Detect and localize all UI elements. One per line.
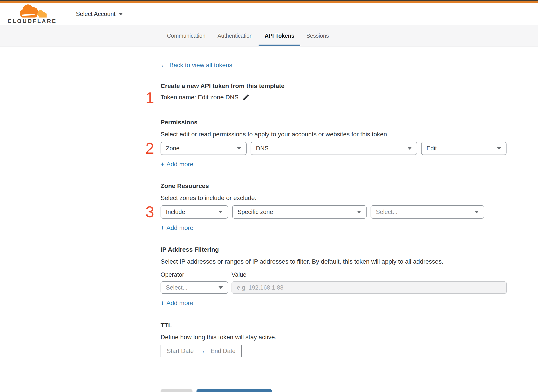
ttl-section: TTL Define how long this token will stay… xyxy=(161,322,507,357)
edit-token-name-button[interactable] xyxy=(242,93,250,101)
permissions-section: Permissions Select edit or read permissi… xyxy=(161,119,507,168)
caret-down-icon xyxy=(475,211,479,213)
zone-include-value: Include xyxy=(166,209,218,215)
step-number-1: 1 xyxy=(145,91,154,105)
permission-scope-value: Zone xyxy=(166,145,237,152)
caret-down-icon xyxy=(497,147,501,150)
chevron-down-icon xyxy=(119,13,123,15)
tab-sessions[interactable]: Sessions xyxy=(300,25,335,46)
arrow-right-icon: → xyxy=(199,347,205,355)
caret-down-icon xyxy=(407,147,412,150)
ip-operator-select[interactable]: Select... xyxy=(161,281,228,294)
start-date-field: Start Date xyxy=(167,348,194,355)
ttl-description: Define how long this token will stay act… xyxy=(161,334,507,341)
cloudflare-api-token-page: CLOUDFLARE Select Account Communication … xyxy=(0,0,538,392)
tab-communication[interactable]: Communication xyxy=(161,25,211,46)
permission-resource-value: DNS xyxy=(256,145,407,152)
token-name-text: Token name: Edit zone DNS xyxy=(161,94,239,101)
back-link[interactable]: ← Back to view all tokens xyxy=(161,62,232,69)
cloudflare-logo-text: CLOUDFLARE xyxy=(8,18,57,24)
permissions-heading: Permissions xyxy=(161,119,507,126)
zone-resources-heading: Zone Resources xyxy=(161,182,507,190)
ip-filtering-labels-row: Operator Value xyxy=(161,271,507,278)
ip-filtering-controls-row: Select... xyxy=(161,281,507,294)
ip-operator-placeholder: Select... xyxy=(166,284,218,291)
tab-bar: Communication Authentication API Tokens … xyxy=(0,25,538,47)
value-label: Value xyxy=(232,271,246,278)
page-title: Create a new API token from this templat… xyxy=(161,83,507,89)
back-arrow-icon: ← xyxy=(161,62,167,69)
zone-include-exclude-select[interactable]: Include xyxy=(161,205,228,219)
account-selector[interactable]: Select Account xyxy=(76,11,123,18)
zone-resources-add-more-link[interactable]: + Add more xyxy=(161,224,193,232)
form-footer: Cancel Continue to summary xyxy=(161,389,507,392)
zone-resource-type-select[interactable]: Specific zone xyxy=(232,205,367,219)
permissions-select-row: 2 Zone DNS Edit xyxy=(161,142,507,155)
zone-resources-add-more-label: Add more xyxy=(167,224,193,232)
token-intro-section: 1 Create a new API token from this templ… xyxy=(161,83,507,101)
step-number-3: 3 xyxy=(145,205,154,219)
zone-select-placeholder: Select... xyxy=(376,209,475,215)
permissions-add-more-label: Add more xyxy=(167,161,193,168)
plus-icon: + xyxy=(161,161,164,167)
operator-label: Operator xyxy=(161,271,232,278)
permission-access-value: Edit xyxy=(426,145,497,152)
ip-filtering-section: IP Address Filtering Select IP addresses… xyxy=(161,246,507,307)
date-range-picker[interactable]: Start Date → End Date xyxy=(161,345,242,357)
plus-icon: + xyxy=(161,300,164,306)
ip-value-input[interactable] xyxy=(232,281,507,294)
footer-divider xyxy=(161,381,507,381)
cloudflare-cloud-icon xyxy=(15,4,49,19)
plus-icon: + xyxy=(161,225,164,231)
zone-type-value: Specific zone xyxy=(238,209,357,215)
zone-resources-select-row: 3 Include Specific zone Select... xyxy=(161,205,507,219)
caret-down-icon xyxy=(237,147,241,150)
token-name-line: Token name: Edit zone DNS xyxy=(161,93,507,101)
ip-filtering-description: Select IP addresses or ranges of IP addr… xyxy=(161,258,507,265)
ip-filtering-add-more-link[interactable]: + Add more xyxy=(161,299,193,307)
tab-api-tokens[interactable]: API Tokens xyxy=(259,25,300,46)
caret-down-icon xyxy=(218,211,223,213)
token-form: ← Back to view all tokens 1 Create a new… xyxy=(161,47,507,392)
permissions-add-more-link[interactable]: + Add more xyxy=(161,161,193,168)
zone-resources-section: Zone Resources Select zones to include o… xyxy=(161,182,507,232)
permission-access-select[interactable]: Edit xyxy=(421,142,506,155)
app-header: CLOUDFLARE Select Account xyxy=(0,3,538,25)
continue-to-summary-button[interactable]: Continue to summary xyxy=(196,389,272,392)
zone-resources-description: Select zones to include or exclude. xyxy=(161,194,507,201)
caret-down-icon xyxy=(218,286,223,289)
caret-down-icon xyxy=(357,211,361,213)
zone-select[interactable]: Select... xyxy=(370,205,484,219)
ip-filtering-add-more-label: Add more xyxy=(167,299,193,307)
permission-scope-select[interactable]: Zone xyxy=(161,142,247,155)
brand-accent-bar xyxy=(0,1,538,3)
cancel-button[interactable]: Cancel xyxy=(161,389,192,392)
permissions-description: Select edit or read permissions to apply… xyxy=(161,131,507,138)
ttl-heading: TTL xyxy=(161,322,507,329)
cloudflare-logo[interactable]: CLOUDFLARE xyxy=(8,4,57,24)
account-selector-label: Select Account xyxy=(76,11,116,18)
step-number-2: 2 xyxy=(145,141,154,155)
back-link-label: Back to view all tokens xyxy=(169,62,232,69)
ip-filtering-heading: IP Address Filtering xyxy=(161,246,507,253)
permission-resource-select[interactable]: DNS xyxy=(251,142,417,155)
pencil-icon xyxy=(242,93,250,101)
end-date-field: End Date xyxy=(211,348,236,355)
tab-authentication[interactable]: Authentication xyxy=(211,25,259,46)
